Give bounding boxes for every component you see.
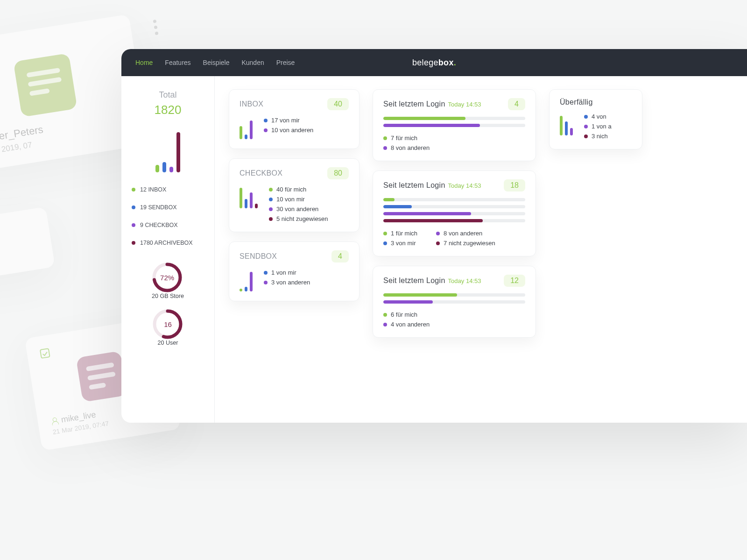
nav-links: HomeFeaturesBeispieleKundenPreise <box>135 59 295 66</box>
progress-bar <box>383 219 525 222</box>
bullet-dot-icon <box>269 198 273 201</box>
document-icon <box>13 53 77 117</box>
bullet-item: 4 von <box>584 113 632 120</box>
legend-dot-icon <box>132 188 135 191</box>
bullet-item: 3 von anderen <box>264 279 349 286</box>
legend-dot-icon <box>383 241 387 245</box>
legend-item: 12 INBOX <box>132 186 204 193</box>
progress-bar <box>383 205 525 208</box>
legend-item: 9 CHECKBOX <box>132 222 204 228</box>
bullet-dot-icon <box>264 128 268 132</box>
legend-label: 12 INBOX <box>140 186 166 193</box>
progress-bar <box>383 124 525 127</box>
legend-item: 3 von mir <box>383 240 417 247</box>
bullet-item: 10 von anderen <box>264 127 349 134</box>
legend-label: 9 CHECKBOX <box>140 222 178 228</box>
nav-link-kunden[interactable]: Kunden <box>241 59 264 66</box>
total-label: Total <box>159 90 176 100</box>
bullet-dot-icon <box>269 207 273 211</box>
count-badge: 4 <box>331 250 349 262</box>
bullet-item: 1 von mir <box>264 269 349 276</box>
legend-item: 4 von anderen <box>383 321 430 328</box>
progress-bar <box>383 212 525 215</box>
bullet-dot-icon <box>264 119 268 122</box>
legend-dot-icon <box>132 241 135 245</box>
spark-chart <box>240 269 253 291</box>
count-badge: 12 <box>504 275 525 287</box>
legend-item: 8 von anderen <box>436 230 495 237</box>
login-activity-card[interactable]: Seit letztem LoginToday 14:53 4 7 für mi… <box>373 89 536 161</box>
timestamp-label: Today 14:53 <box>448 277 481 284</box>
bullet-dot-icon <box>269 217 273 221</box>
usage-ring: 16 <box>152 309 183 340</box>
nav-link-preise[interactable]: Preise <box>276 59 295 66</box>
legend-dot-icon <box>436 232 440 235</box>
bullet-dot-icon <box>264 271 268 275</box>
bullet-dot-icon <box>584 125 588 128</box>
legend-item: 8 von anderen <box>383 144 430 151</box>
legend-item: 6 für mich <box>383 311 430 318</box>
progress-bar <box>383 293 525 297</box>
spark-chart <box>240 186 258 208</box>
count-badge: 80 <box>327 167 349 179</box>
nav-link-home[interactable]: Home <box>135 59 153 66</box>
bullet-item: 3 nich <box>584 133 632 140</box>
count-badge: 18 <box>504 179 525 191</box>
legend-item: 7 nicht zugewiesen <box>436 240 495 247</box>
bullet-dot-icon <box>269 188 273 191</box>
legend-dot-icon <box>383 323 387 326</box>
progress-bar <box>383 117 525 120</box>
user-icon <box>50 417 59 425</box>
bullet-item: 30 von anderen <box>269 206 349 213</box>
box-card-sendbox[interactable]: SENDBOX 4 1 von mir3 von anderen <box>229 241 359 301</box>
legend-dot-icon <box>383 136 387 140</box>
bullet-dot-icon <box>264 281 268 284</box>
ring-caption: 20 User <box>152 340 183 346</box>
usage-ring: 72% <box>152 262 183 293</box>
legend-item: 1 für mich <box>383 230 417 237</box>
legend-dot-icon <box>383 146 387 150</box>
legend-item: 19 SENDBOX <box>132 204 204 211</box>
card-title: SENDBOX <box>240 252 277 261</box>
login-activity-card[interactable]: Seit letztem LoginToday 14:53 18 1 für m… <box>373 170 536 256</box>
sidebar-total-panel: Total 1820 12 INBOX19 SENDBOX9 CHECKBOX1… <box>121 76 215 423</box>
checkbox-checked-icon <box>40 348 50 359</box>
count-badge: 4 <box>508 98 525 110</box>
count-badge: 40 <box>327 98 349 110</box>
card-title: Seit letztem Login <box>383 100 445 108</box>
timestamp-label: Today 14:53 <box>448 101 481 108</box>
spark-chart <box>560 113 573 135</box>
bullet-dot-icon <box>584 135 588 138</box>
nav-link-features[interactable]: Features <box>165 59 190 66</box>
bullet-dot-icon <box>584 115 588 119</box>
brand-logo: belegebox. <box>412 58 456 68</box>
bullet-item: 10 von mir <box>269 196 349 203</box>
app-window: HomeFeaturesBeispieleKundenPreise belege… <box>121 49 747 423</box>
card-title: Überfällig <box>560 98 593 106</box>
total-value: 1820 <box>155 103 182 117</box>
total-mini-bar-chart <box>155 130 180 172</box>
top-navbar: HomeFeaturesBeispieleKundenPreise belege… <box>121 49 747 76</box>
card-title: Seit letztem Login <box>383 181 445 189</box>
legend-dot-icon <box>436 241 440 245</box>
spark-chart <box>240 117 253 139</box>
overdue-card[interactable]: Überfällig 4 von1 von a3 nich <box>549 89 642 149</box>
legend-item: 7 für mich <box>383 135 430 142</box>
more-dots-icon <box>153 20 158 35</box>
ring-value: 16 <box>152 309 183 340</box>
box-card-checkbox[interactable]: CHECKBOX 80 40 für mich10 von mir30 von … <box>229 158 359 232</box>
legend-dot-icon <box>383 232 387 235</box>
box-card-inbox[interactable]: INBOX 40 17 von mir10 von anderen <box>229 89 359 149</box>
nav-link-beispiele[interactable]: Beispiele <box>203 59 230 66</box>
login-activity-card[interactable]: Seit letztem LoginToday 14:53 12 6 für m… <box>373 266 536 338</box>
bullet-item: 1 von a <box>584 123 632 130</box>
ring-caption: 20 GB Store <box>152 293 184 299</box>
bullet-item: 40 für mich <box>269 186 349 193</box>
bullet-item: 5 nicht zugewiesen <box>269 215 349 222</box>
legend-item: 1780 ARCHIVEBOX <box>132 240 204 246</box>
legend-dot-icon <box>132 206 135 209</box>
legend-label: 1780 ARCHIVEBOX <box>140 240 193 246</box>
progress-bar <box>383 300 525 304</box>
legend-dot-icon <box>132 223 135 227</box>
legend-label: 19 SENDBOX <box>140 204 177 211</box>
